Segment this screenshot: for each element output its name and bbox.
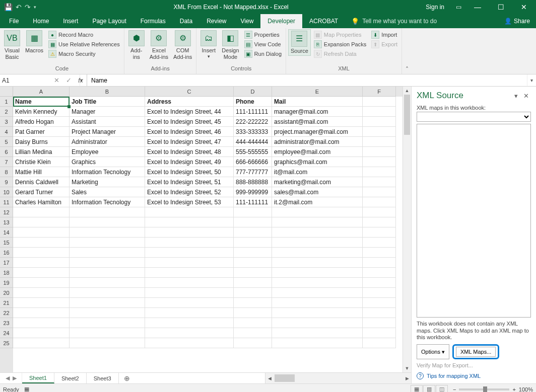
cell[interactable]: Information Tecnology [70,197,145,207]
cell[interactable]: Phone [234,97,272,107]
cell[interactable] [13,328,70,338]
cell[interactable]: Kelvin Kennedy [13,107,70,117]
cell[interactable] [13,258,70,268]
cell[interactable] [363,217,396,227]
cell[interactable]: Excel to Indesign Street, 51 [145,177,234,187]
cell[interactable]: Christie Klein [13,157,70,167]
tips-link[interactable]: ? Tips for mapping XML [417,372,531,379]
visual-basic-button[interactable]: VB Visual Basic [2,29,22,61]
run-dialog-button[interactable]: ▣Run Dialog [242,49,284,58]
cell[interactable]: administrator@mail.com [272,137,363,147]
cell[interactable] [145,248,234,258]
row-header[interactable]: 14 [0,227,13,238]
collapse-ribbon-icon[interactable]: ˄ [402,28,412,74]
cell[interactable] [363,258,396,268]
next-sheet-icon[interactable]: ▶ [13,375,17,381]
tab-review[interactable]: Review [199,14,233,28]
cell[interactable]: Project Manager [70,127,145,137]
vscroll-thumb[interactable] [404,95,410,135]
scroll-down-icon[interactable]: ▼ [403,364,411,372]
cell[interactable]: Excel to Indesign Street, 49 [145,157,234,167]
cell[interactable] [234,238,272,248]
formula-input[interactable] [87,74,527,86]
cell[interactable] [363,167,396,177]
cell[interactable]: 222-222222 [234,117,272,127]
row-header[interactable]: 11 [0,197,13,207]
horizontal-scrollbar[interactable]: ◀ ▶ [265,373,411,383]
cell[interactable]: Excel to Indesign Street, 47 [145,137,234,147]
cell[interactable] [13,268,70,278]
sheet-tab-sheet1[interactable]: Sheet1 [22,373,54,383]
cell[interactable] [70,238,145,248]
cell[interactable] [363,288,396,298]
record-macro-button[interactable]: ●Record Macro [46,30,122,39]
cell[interactable] [145,278,234,288]
name-box[interactable]: ▾ [0,74,50,86]
cell[interactable]: sales@mail.com [272,187,363,197]
cell[interactable] [234,278,272,288]
cell[interactable] [363,318,396,328]
cell[interactable] [145,328,234,338]
cell[interactable] [234,207,272,217]
cell[interactable]: 111-111111 [234,107,272,117]
cell[interactable] [145,217,234,227]
com-addins-button[interactable]: ⚙COM Add-ins [171,29,194,61]
cell[interactable] [13,217,70,227]
scroll-left-icon[interactable]: ◀ [265,373,274,383]
prev-sheet-icon[interactable]: ◀ [6,375,10,381]
cell[interactable]: project.manager@mail.com [272,127,363,137]
cell[interactable]: Dennis Caldwell [13,177,70,187]
cell[interactable] [70,268,145,278]
cell[interactable]: Mattie Hill [13,167,70,177]
cell[interactable] [145,338,234,348]
cell[interactable] [70,318,145,328]
cell[interactable] [234,248,272,258]
row-header[interactable]: 7 [0,157,13,167]
cell[interactable]: 666-666666 [234,157,272,167]
row-header[interactable]: 15 [0,238,13,248]
row-header[interactable]: 23 [0,318,13,328]
cell[interactable] [363,107,396,117]
excel-addins-button[interactable]: ⚙Excel Add-ins [148,29,170,61]
cell[interactable] [234,308,272,318]
row-header[interactable]: 5 [0,137,13,147]
cell[interactable]: Daisy Burns [13,137,70,147]
xml-maps-button[interactable]: XML Maps... [456,347,496,357]
design-mode-button[interactable]: ◧Design Mode [220,29,241,61]
row-header[interactable]: 2 [0,107,13,117]
cell[interactable]: Gerard Turner [13,187,70,197]
zoom-slider[interactable] [459,388,509,390]
cell[interactable] [234,288,272,298]
cell[interactable]: it@mail.com [272,167,363,177]
column-header[interactable]: D [234,87,272,97]
cell[interactable] [13,308,70,318]
cell[interactable] [145,227,234,238]
cell[interactable] [363,268,396,278]
cell[interactable] [272,207,363,217]
cell[interactable] [234,338,272,348]
cell[interactable] [70,338,145,348]
cell[interactable] [363,298,396,308]
cell[interactable]: graphics@mail.com [272,157,363,167]
cell[interactable]: Excel to Indesign Street, 52 [145,187,234,197]
cell[interactable]: Job Title [70,97,145,107]
cell[interactable] [145,318,234,328]
column-header[interactable]: A [13,87,70,97]
sheet-tab-sheet3[interactable]: Sheet3 [87,373,119,383]
tab-formulas[interactable]: Formulas [133,14,173,28]
cell[interactable] [145,268,234,278]
cell[interactable] [234,318,272,328]
cell[interactable]: Excel to Indesign Street, 44 [145,107,234,117]
zoom-out-button[interactable]: − [453,386,456,393]
undo-icon[interactable]: ↶ [16,3,22,11]
cell[interactable]: manager@mail.com [272,107,363,117]
xml-source-button[interactable]: ☰Source [288,29,311,56]
cell[interactable] [272,318,363,328]
row-header[interactable]: 20 [0,288,13,298]
minimize-button[interactable]: — [466,0,489,14]
cell[interactable] [363,278,396,288]
insert-control-button[interactable]: 🗂Insert▾ [198,29,219,60]
cell[interactable]: Pat Garner [13,127,70,137]
cell[interactable]: 555-555555 [234,147,272,157]
ribbon-options-icon[interactable]: ▭ [451,0,465,14]
